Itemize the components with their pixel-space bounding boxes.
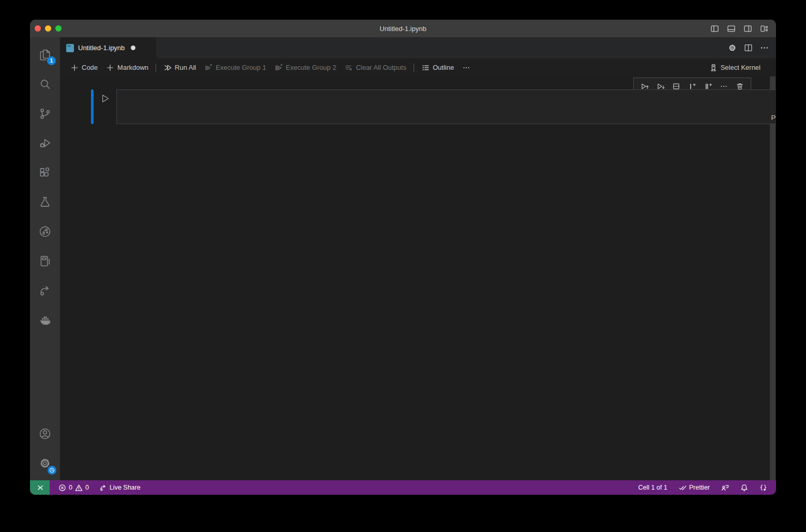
- toggle-secondary-sidebar-icon[interactable]: [743, 24, 752, 33]
- window-title: Untitled-1.ipynb: [30, 25, 776, 33]
- run-cell-button[interactable]: [100, 94, 110, 103]
- braces-dot-icon[interactable]: [756, 480, 771, 495]
- extensions-icon[interactable]: [33, 160, 57, 185]
- settings-gear-icon[interactable]: [33, 451, 57, 476]
- add-markdown-cell-button[interactable]: Markdown: [102, 62, 153, 73]
- warning-count: 0: [85, 484, 89, 491]
- live-share-icon[interactable]: [33, 278, 57, 303]
- source-control-icon[interactable]: [33, 101, 57, 126]
- notebook-settings-gear-icon[interactable]: [728, 43, 737, 52]
- notifications-bell-icon[interactable]: [737, 480, 752, 495]
- customize-layout-icon[interactable]: [760, 24, 769, 33]
- problems-indicator[interactable]: 0 0: [55, 480, 93, 495]
- error-icon: [58, 484, 66, 492]
- docker-icon[interactable]: [33, 308, 57, 332]
- clear-all-outputs-button[interactable]: Clear All Outputs: [340, 62, 410, 73]
- activity-bar: 1: [30, 37, 60, 480]
- check-all-icon: [679, 484, 687, 492]
- accounts-icon[interactable]: [33, 421, 57, 446]
- toggle-panel-icon[interactable]: [727, 24, 736, 33]
- code-cell[interactable]: Python: [116, 89, 776, 124]
- settings-update-badge-clock-icon: [48, 466, 56, 475]
- unsaved-dot-icon[interactable]: [131, 45, 135, 50]
- cell-focus-bar: [91, 89, 94, 124]
- toolbar-more-icon[interactable]: [458, 62, 475, 73]
- jupyter-notebook-icon[interactable]: [33, 249, 57, 273]
- commit-graph-icon[interactable]: [33, 219, 57, 244]
- minimize-window-button[interactable]: [45, 25, 51, 32]
- split-editor-icon[interactable]: [744, 43, 753, 52]
- titlebar: Untitled-1.ipynb: [30, 20, 776, 37]
- notebook-file-icon: [66, 44, 74, 52]
- explorer-badge: 1: [47, 56, 56, 65]
- run-and-debug-icon[interactable]: [33, 131, 57, 156]
- cell-language-picker[interactable]: Python: [771, 114, 776, 121]
- vscode-window: Untitled-1.ipynb 1: [30, 20, 776, 495]
- remote-indicator[interactable]: [30, 480, 50, 495]
- search-icon[interactable]: [33, 72, 57, 97]
- run-all-button[interactable]: Run All: [159, 62, 200, 73]
- vertical-scrollbar[interactable]: [770, 77, 775, 480]
- execute-group-2-button[interactable]: Execute Group 2: [270, 62, 341, 73]
- tab-label: Untitled-1.ipynb: [78, 44, 125, 52]
- feedback-icon[interactable]: [718, 480, 733, 495]
- tab-bar: Untitled-1.ipynb: [60, 37, 776, 58]
- cell-position-indicator[interactable]: Cell 1 of 1: [634, 480, 671, 495]
- testing-icon[interactable]: [33, 190, 57, 215]
- execute-group-1-button[interactable]: Execute Group 1: [200, 62, 270, 73]
- error-count: 0: [69, 484, 72, 491]
- explorer-icon[interactable]: 1: [33, 42, 57, 67]
- notebook-editor: Python: [60, 77, 776, 480]
- prettier-status[interactable]: Prettier: [675, 480, 713, 495]
- live-share-status[interactable]: Live Share: [96, 480, 144, 495]
- tab-untitled-notebook[interactable]: Untitled-1.ipynb: [60, 37, 156, 58]
- outline-button[interactable]: Outline: [417, 62, 458, 73]
- zoom-window-button[interactable]: [55, 25, 62, 32]
- select-kernel-button[interactable]: Select Kernel: [705, 62, 765, 73]
- more-actions-icon[interactable]: [760, 43, 769, 52]
- live-share-icon: [99, 484, 107, 492]
- toolbar-separator: [414, 64, 414, 72]
- traffic-lights: [30, 25, 62, 32]
- toolbar-separator: [156, 64, 156, 72]
- close-window-button[interactable]: [35, 25, 41, 32]
- status-bar: 0 0 Live Share Cell 1 of 1 Prettier: [30, 480, 776, 495]
- toggle-primary-sidebar-icon[interactable]: [710, 24, 719, 33]
- warning-icon: [75, 484, 83, 492]
- notebook-toolbar: Code Markdown Run All Execute Group 1: [60, 58, 776, 77]
- add-code-cell-button[interactable]: Code: [66, 62, 102, 73]
